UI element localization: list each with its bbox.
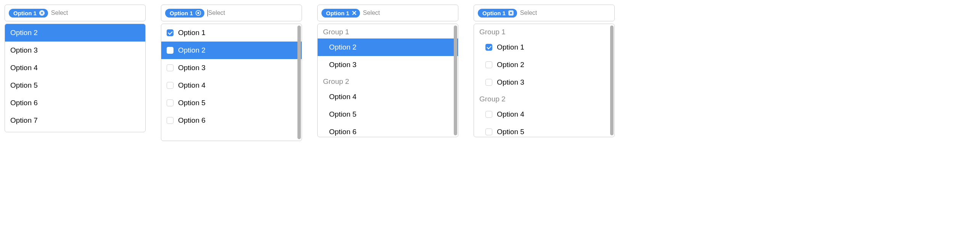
- scrollbar[interactable]: [610, 26, 614, 135]
- option-item[interactable]: Option 2: [161, 42, 302, 59]
- select-control[interactable]: Option 1Select: [474, 5, 615, 21]
- checkbox-icon[interactable]: [485, 79, 492, 86]
- scrollbar[interactable]: [454, 26, 457, 135]
- times-circle-filled-icon[interactable]: [39, 10, 45, 16]
- tag-label: Option 1: [326, 10, 349, 16]
- option-item[interactable]: Option 4: [5, 59, 145, 77]
- checkbox-icon[interactable]: [167, 29, 174, 36]
- option-label: Option 6: [10, 99, 38, 107]
- option-label: Option 4: [497, 110, 524, 119]
- option-item[interactable]: Option 6: [161, 112, 302, 129]
- dropdown-menu: Group 1Option 1Option 2Option 3Group 2Op…: [474, 24, 615, 137]
- multiselect: Option 1SelectGroup 1Option 2Option 3Gro…: [317, 5, 458, 137]
- option-item[interactable]: Option 5: [474, 123, 614, 137]
- group-label: Group 2: [318, 74, 458, 88]
- option-item[interactable]: Option 5: [161, 94, 302, 112]
- option-label: Option 5: [10, 81, 38, 90]
- scrollbar[interactable]: [297, 26, 301, 139]
- dot-circle-icon[interactable]: [195, 10, 201, 16]
- selected-tag: Option 1: [478, 9, 517, 18]
- option-label: Option 2: [10, 29, 38, 37]
- option-label: Option 3: [178, 64, 206, 72]
- svg-point-2: [197, 12, 199, 14]
- checkbox-icon[interactable]: [167, 82, 174, 89]
- dropdown-menu: Option 1Option 2Option 3Option 4Option 5…: [161, 24, 302, 141]
- option-item[interactable]: Option 5: [5, 77, 145, 94]
- option-item[interactable]: Option 1: [474, 38, 614, 56]
- times-square-filled-icon[interactable]: [508, 10, 514, 16]
- option-label: Option 5: [178, 99, 206, 107]
- option-label: Option 3: [10, 46, 38, 55]
- option-item[interactable]: Option 3: [5, 42, 145, 59]
- dropdown-menu: Group 1Option 2Option 3Group 2Option 4Op…: [317, 24, 458, 137]
- option-label: Option 6: [178, 116, 206, 125]
- option-label: Option 4: [178, 81, 206, 90]
- option-item[interactable]: Option 2: [474, 56, 614, 74]
- checkbox-icon[interactable]: [485, 128, 492, 135]
- select-control[interactable]: Option 1Select: [317, 5, 458, 21]
- checkbox-icon[interactable]: [485, 61, 492, 68]
- multiselect: Option 1SelectGroup 1Option 1Option 2Opt…: [474, 5, 615, 137]
- select-placeholder[interactable]: Select: [207, 10, 225, 16]
- multiselect: Option 1SelectOption 1Option 2Option 3Op…: [161, 5, 302, 141]
- selected-tag: Option 1: [321, 9, 360, 18]
- option-item[interactable]: Option 3: [161, 59, 302, 77]
- checkbox-icon[interactable]: [485, 44, 492, 51]
- option-label: Option 1: [178, 29, 206, 37]
- times-icon[interactable]: [352, 10, 357, 16]
- option-item[interactable]: Option 1: [161, 24, 302, 42]
- multiselect: Option 1SelectOption 2Option 3Option 4Op…: [5, 5, 146, 132]
- group-label: Group 1: [318, 24, 458, 38]
- select-control[interactable]: Option 1Select: [5, 5, 146, 21]
- option-label: Option 3: [329, 61, 357, 69]
- dropdown-menu: Option 2Option 3Option 4Option 5Option 6…: [5, 24, 146, 132]
- option-label: Option 1: [497, 43, 524, 51]
- selects-container: Option 1SelectOption 2Option 3Option 4Op…: [5, 5, 975, 141]
- tag-label: Option 1: [170, 10, 193, 16]
- option-label: Option 7: [10, 116, 38, 125]
- checkbox-icon[interactable]: [167, 99, 174, 106]
- select-placeholder[interactable]: Select: [51, 10, 68, 16]
- option-item[interactable]: Option 2: [318, 38, 458, 56]
- select-placeholder[interactable]: Select: [520, 10, 537, 16]
- checkbox-icon[interactable]: [167, 47, 174, 54]
- option-label: Option 5: [497, 128, 524, 136]
- tag-label: Option 1: [482, 10, 506, 16]
- option-label: Option 4: [329, 93, 357, 101]
- option-item[interactable]: Option 3: [318, 56, 458, 74]
- option-item[interactable]: Option 4: [318, 88, 458, 106]
- option-label: Option 2: [329, 43, 357, 51]
- checkbox-icon[interactable]: [485, 111, 492, 118]
- option-label: Option 3: [497, 78, 524, 87]
- checkbox-icon[interactable]: [167, 64, 174, 71]
- select-placeholder[interactable]: Select: [363, 10, 380, 16]
- tag-label: Option 1: [13, 10, 37, 16]
- option-item[interactable]: Option 4: [474, 106, 614, 123]
- option-label: Option 2: [178, 46, 206, 55]
- option-item[interactable]: Option 4: [161, 77, 302, 94]
- option-item[interactable]: Option 7: [5, 112, 145, 129]
- option-label: Option 6: [329, 128, 357, 136]
- selected-tag: Option 1: [9, 9, 48, 18]
- selected-tag: Option 1: [165, 9, 204, 18]
- select-control[interactable]: Option 1Select: [161, 5, 302, 21]
- option-item[interactable]: Option 6: [5, 94, 145, 112]
- group-label: Group 1: [474, 24, 614, 38]
- option-label: Option 4: [10, 64, 38, 72]
- option-item[interactable]: Option 3: [474, 74, 614, 91]
- option-label: Option 2: [497, 61, 524, 69]
- checkbox-icon[interactable]: [167, 117, 174, 124]
- option-item[interactable]: Option 5: [318, 106, 458, 123]
- option-item[interactable]: Option 2: [5, 24, 145, 42]
- group-label: Group 2: [474, 91, 614, 106]
- option-item[interactable]: Option 6: [318, 123, 458, 137]
- option-label: Option 5: [329, 110, 357, 119]
